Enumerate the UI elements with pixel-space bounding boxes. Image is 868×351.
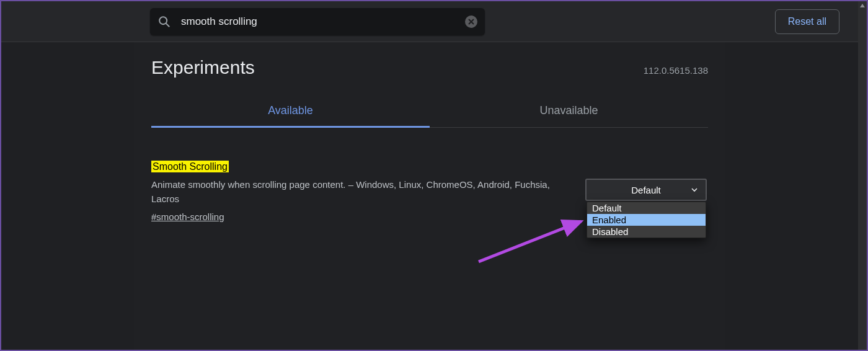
tab-unavailable[interactable]: Unavailable (430, 94, 708, 127)
scrollbar[interactable] (858, 1, 867, 350)
scroll-up-arrow-icon (858, 1, 867, 10)
dropdown-list: Default Enabled Disabled (587, 202, 706, 238)
chevron-down-icon (691, 186, 698, 193)
flag-control: Default Default Enabled Disabled (585, 179, 707, 222)
search-box[interactable] (150, 8, 485, 35)
flag-anchor-link[interactable]: #smooth-scrolling (151, 211, 224, 222)
dropdown-selected-label: Default (631, 185, 661, 195)
flag-description: Animate smoothly when scrolling page con… (151, 177, 560, 207)
reset-all-button[interactable]: Reset all (775, 9, 839, 34)
clear-search-button[interactable] (465, 16, 477, 28)
dropdown-option-enabled[interactable]: Enabled (587, 214, 706, 226)
flag-state-dropdown[interactable]: Default (585, 179, 707, 201)
page-title: Experiments (151, 57, 255, 78)
svg-point-0 (159, 17, 167, 24)
header-bar: Reset all (1, 1, 858, 42)
flag-row: Smooth Scrolling Animate smoothly when s… (151, 161, 708, 222)
dropdown-option-disabled[interactable]: Disabled (587, 226, 706, 238)
version-label: 112.0.5615.138 (644, 65, 708, 76)
svg-line-1 (166, 23, 170, 27)
flag-title: Smooth Scrolling (151, 161, 229, 172)
search-input[interactable] (180, 15, 456, 29)
flag-text: Smooth Scrolling Animate smoothly when s… (151, 161, 560, 222)
dropdown-option-default[interactable]: Default (587, 202, 706, 214)
search-icon (157, 15, 171, 29)
tabs: Available Unavailable (151, 94, 708, 128)
close-icon (468, 19, 474, 25)
experiments-panel: Experiments 112.0.5615.138 Available Una… (134, 42, 725, 350)
tab-available[interactable]: Available (151, 94, 430, 127)
